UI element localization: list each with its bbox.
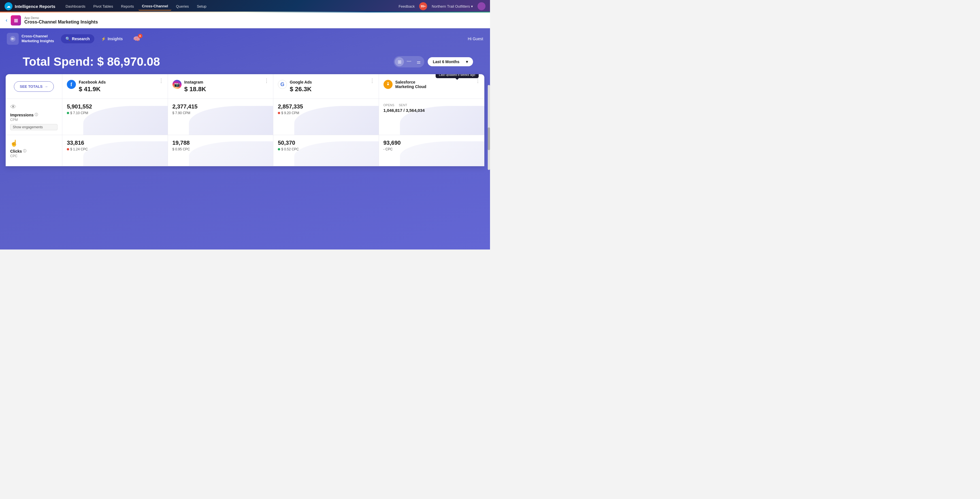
line-view-button[interactable]: 〰	[404, 57, 414, 66]
sfmc-icon	[383, 80, 393, 89]
main-content-area: Cross-Channel Marketing Insights 🔍 Resea…	[0, 28, 490, 249]
ig-impressions-cell: 2,377,415 $ 7.90 CPM	[168, 99, 274, 135]
search-icon: 🔍	[65, 37, 70, 41]
see-totals-cell: SEE TOTALS →	[6, 74, 62, 99]
inner-navigation: Cross-Channel Marketing Insights 🔍 Resea…	[0, 28, 490, 49]
google-icon: G	[278, 80, 287, 89]
nav-item-queries[interactable]: Queries	[172, 3, 192, 10]
table-header-row: SEE TOTALS → ⋮ f Facebook Ads $ 41.9K ⋮	[6, 74, 484, 99]
org-name-label[interactable]: Northern Trail Outfitters ▾	[432, 4, 473, 8]
page-icon: ▦	[11, 15, 21, 25]
ai-badge-button[interactable]: 🧠 6	[130, 33, 143, 44]
breadcrumb-text: App Demo Cross-Channel Marketing Insight…	[24, 16, 98, 25]
breadcrumb-page-title: Cross-Channel Marketing Insights	[24, 19, 98, 25]
fb-impressions-value: 5,901,552	[67, 103, 163, 110]
nav-item-setup[interactable]: Setup	[193, 3, 210, 10]
notification-count: 99+	[419, 2, 427, 10]
user-avatar[interactable]	[477, 2, 485, 10]
lightning-icon: ⚡	[101, 37, 106, 41]
total-spend-display: Total Spend: $ 86,970.08	[23, 55, 160, 68]
instagram-spend-value: $ 18.8K	[185, 86, 206, 93]
sfmc-impressions-cell: OPENS SENT 1,046,817 / 3,564,034	[379, 99, 485, 135]
ig-clicks-cpc: $ 0.95 CPC	[172, 147, 269, 151]
app-inner-logo-icon	[7, 33, 19, 45]
grid-icon: ⊞	[398, 59, 401, 65]
hi-guest-label: Hi Guest	[468, 37, 483, 41]
google-impressions-cell: 2,857,335 $ 9.20 CPM	[273, 99, 379, 135]
sfmc-header: ⋮ Last updated 8 weeks ago Salesforce Ma…	[379, 74, 485, 99]
nav-item-dashboards[interactable]: Dashboards	[62, 3, 89, 10]
nav-item-reports[interactable]: Reports	[118, 3, 137, 10]
scrollbar-thumb[interactable]	[488, 127, 490, 150]
feedback-button[interactable]: Feedback	[399, 4, 415, 8]
fb-impressions-cpm: $ 7.10 CPM	[67, 111, 163, 115]
svg-point-2	[387, 84, 389, 85]
ig-clicks-value: 19,788	[172, 140, 269, 146]
app-logo: ☁ Intelligence Reports	[5, 2, 55, 10]
google-options-icon[interactable]: ⋮	[370, 78, 375, 84]
salesforce-logo-icon: ☁	[5, 2, 13, 10]
impressions-row: 👁 Impressions ⓘ CPM Show engagements 5,9…	[6, 99, 484, 135]
fb-impressions-cell: 5,901,552 $ 7.10 CPM	[62, 99, 168, 135]
google-channel-name: Google Ads	[290, 80, 312, 84]
google-clicks-value: 50,370	[278, 140, 374, 146]
scrollbar[interactable]	[488, 85, 490, 170]
green-dot-icon	[67, 112, 69, 114]
breadcrumb-bar: ‹ ▦ App Demo Cross-Channel Marketing Ins…	[0, 13, 490, 28]
google-clicks-cpc: $ 0.52 CPC	[278, 147, 374, 151]
impressions-metric-name: Impressions ⓘ	[10, 113, 57, 117]
ig-impressions-cpm: $ 7.90 CPM	[172, 111, 269, 115]
app-name-label: Intelligence Reports	[15, 4, 55, 9]
impressions-metric-sub: CPM	[10, 118, 57, 122]
google-clicks-cell: 50,370 $ 0.52 CPC	[273, 135, 379, 166]
date-range-dropdown[interactable]: Last 6 Months ▾	[428, 57, 473, 66]
clicks-row: ☝ Clicks ⓘ CPC 33,816 $ 1.24 CPC 19,7	[6, 135, 484, 166]
top-navigation: ☁ Intelligence Reports Dashboards Pivot …	[0, 0, 490, 13]
nav-item-cross-channel[interactable]: Cross-Channel	[138, 2, 171, 11]
click-icon: ☝	[10, 140, 57, 147]
chart-line-icon: 〰	[407, 59, 411, 64]
facebook-channel-name: Facebook Ads	[79, 80, 106, 84]
fb-clicks-cpc: $ 1.24 CPC	[67, 147, 163, 151]
fb-clicks-cell: 33,816 $ 1.24 CPC	[62, 135, 168, 166]
sfmc-clicks-cell: 93,690 - CPC	[379, 135, 485, 166]
svg-point-3	[387, 82, 388, 83]
eye-icon: 👁	[10, 103, 57, 111]
app-inner-logo-text: Cross-Channel Marketing Insights	[22, 34, 54, 44]
filter-view-button[interactable]: ⚌	[414, 57, 423, 66]
chevron-down-icon: ▾	[466, 59, 468, 64]
facebook-icon: f	[67, 80, 76, 89]
app-logo-area: Cross-Channel Marketing Insights	[7, 33, 54, 45]
clicks-metric-name: Clicks ⓘ	[10, 149, 57, 154]
facebook-options-icon[interactable]: ⋮	[159, 78, 164, 84]
insights-nav-button[interactable]: ⚡ Insights	[97, 34, 127, 43]
sfmc-options-icon[interactable]: ⋮	[475, 78, 481, 84]
ig-clicks-cell: 19,788 $ 0.95 CPC	[168, 135, 274, 166]
spend-section: Total Spend: $ 86,970.08 ⊞ 〰 ⚌ Last 6 Mo…	[0, 49, 490, 74]
clicks-metric-sub: CPC	[10, 154, 57, 158]
impressions-label-cell: 👁 Impressions ⓘ CPM Show engagements	[6, 99, 62, 135]
grid-view-button[interactable]: ⊞	[395, 57, 404, 66]
notification-badge[interactable]: 99+	[419, 2, 427, 10]
instagram-options-icon[interactable]: ⋮	[264, 78, 270, 84]
nav-item-pivot-tables[interactable]: Pivot Tables	[90, 3, 116, 10]
ai-notification-count: 6	[138, 34, 142, 38]
see-totals-button[interactable]: SEE TOTALS →	[14, 81, 54, 92]
view-toggle-group: ⊞ 〰 ⚌	[394, 56, 424, 67]
show-engagements-button[interactable]: Show engagements	[10, 124, 57, 130]
instagram-channel-name: Instagram	[185, 80, 206, 84]
back-button[interactable]: ‹	[6, 17, 7, 23]
red-dot-clicks-fb	[67, 148, 69, 150]
nav-right-area: Feedback 99+ Northern Trail Outfitters ▾	[399, 2, 485, 10]
clicks-label-cell: ☝ Clicks ⓘ CPC	[6, 135, 62, 166]
data-table: SEE TOTALS → ⋮ f Facebook Ads $ 41.9K ⋮	[6, 74, 484, 166]
fb-clicks-value: 33,816	[67, 140, 163, 146]
instagram-icon: 📷	[172, 80, 181, 89]
filter-icon: ⚌	[417, 59, 421, 65]
ig-impressions-value: 2,377,415	[172, 103, 269, 110]
sfmc-clicks-value: 93,690	[383, 140, 480, 146]
research-nav-button[interactable]: 🔍 Research	[61, 34, 94, 43]
google-spend-value: $ 26.3K	[290, 86, 312, 93]
facebook-ads-header: ⋮ f Facebook Ads $ 41.9K	[62, 74, 168, 99]
google-ads-header: ⋮ G Google Ads $ 26.3K	[273, 74, 379, 99]
